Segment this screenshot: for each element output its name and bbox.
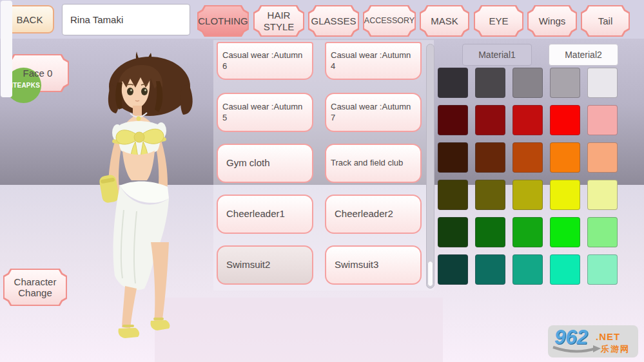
- material1-button[interactable]: Material1: [462, 44, 532, 66]
- color-swatch-r6c2[interactable]: [475, 254, 505, 285]
- tab-label: HAIR STYLE: [253, 5, 304, 37]
- color-swatch-r6c5[interactable]: [587, 254, 618, 285]
- tab-glasses[interactable]: GLASSES: [308, 5, 359, 37]
- color-swatch-r6c3[interactable]: [512, 254, 543, 285]
- tab-wings[interactable]: Wings: [527, 5, 577, 37]
- tab-tail[interactable]: Tail: [581, 5, 630, 37]
- color-swatch-r5c2[interactable]: [475, 217, 505, 247]
- color-swatch-r3c3[interactable]: [512, 142, 543, 173]
- color-swatch-r4c5[interactable]: [587, 180, 618, 210]
- clothing-list-panel: Casual wear :Autumn 6Casual wear :Autumn…: [213, 40, 434, 291]
- color-swatch-r6c1[interactable]: [438, 254, 468, 285]
- clothing-item-casual-wear-autumn-7[interactable]: Casual wear :Autumn 7: [325, 93, 422, 132]
- clothing-item-label: Casual wear :Autumn 4: [331, 50, 416, 71]
- watermark-chinese: 乐游网: [601, 343, 630, 355]
- clothing-item-label: Casual wear :Autumn 6: [222, 50, 307, 71]
- tab-mask[interactable]: MASK: [420, 5, 469, 37]
- color-swatch-r5c1[interactable]: [438, 217, 468, 247]
- character-change-label: Character Change: [3, 269, 67, 306]
- face-button[interactable]: Face 0: [6, 54, 69, 92]
- tab-label: Tail: [581, 5, 630, 37]
- clothing-item-swimsuit2[interactable]: Swimsuit2: [217, 245, 313, 285]
- material2-label: Material2: [565, 50, 602, 60]
- clothing-item-casual-wear-autumn-4[interactable]: Casual wear :Autumn 4: [325, 42, 422, 80]
- tab-label: CLOTHING: [197, 5, 249, 37]
- color-swatch-r1c3[interactable]: [512, 68, 543, 98]
- tab-label: EYE: [474, 5, 523, 37]
- color-swatch-r2c4[interactable]: [550, 105, 580, 135]
- clothing-item-swimsuit3[interactable]: Swimsuit3: [325, 245, 422, 285]
- color-swatch-r5c4[interactable]: [550, 217, 580, 247]
- tab-eye[interactable]: EYE: [474, 5, 523, 37]
- clothing-scrollbar-thumb[interactable]: [427, 261, 433, 287]
- color-swatch-r1c5[interactable]: [587, 68, 618, 98]
- clothing-item-label: Track and field club: [331, 158, 403, 168]
- color-swatch-r3c4[interactable]: [550, 142, 580, 173]
- clothing-item-gym-cloth[interactable]: Gym cloth: [217, 144, 313, 183]
- character-change-button[interactable]: Character Change: [3, 269, 67, 306]
- color-swatch-r1c4[interactable]: [550, 68, 580, 98]
- color-swatch-r5c5[interactable]: [587, 217, 618, 247]
- character-customization-screen: BACK Face 0 LITEAPKS Casual wear :Autumn…: [0, 0, 644, 362]
- clothing-item-label: Swimsuit2: [226, 259, 270, 271]
- color-swatch-r5c3[interactable]: [512, 217, 543, 247]
- color-swatch-r1c2[interactable]: [475, 68, 505, 98]
- color-swatch-r2c2[interactable]: [475, 105, 505, 135]
- clothing-item-track-and-field-club[interactable]: Track and field club: [325, 144, 422, 183]
- material2-button[interactable]: Material2: [549, 44, 618, 66]
- clothing-item-label: Cheerleader1: [226, 208, 285, 220]
- tab-label: MASK: [420, 5, 469, 37]
- clothing-scrollbar[interactable]: [426, 44, 434, 289]
- color-swatch-r3c1[interactable]: [438, 142, 468, 173]
- color-swatch-r4c2[interactable]: [475, 180, 505, 210]
- color-swatch-r3c2[interactable]: [475, 142, 505, 173]
- color-swatch-r4c4[interactable]: [550, 180, 580, 210]
- color-swatch-r1c1[interactable]: [438, 68, 468, 98]
- tab-hair-style[interactable]: HAIR STYLE: [253, 5, 304, 37]
- watermark-swoosh-icon: [551, 345, 602, 356]
- tab-label: ACCESSORY: [363, 5, 416, 37]
- clothing-item-casual-wear-autumn-6[interactable]: Casual wear :Autumn 6: [217, 42, 313, 80]
- color-swatch-r6c4[interactable]: [550, 254, 580, 285]
- color-swatch-r3c5[interactable]: [587, 142, 618, 173]
- tab-label: GLASSES: [308, 5, 359, 37]
- watermark-962net: 962 .NET 乐游网: [548, 325, 638, 357]
- back-button-label: BACK: [17, 14, 43, 25]
- color-swatch-r2c1[interactable]: [438, 105, 468, 135]
- clothing-item-casual-wear-autumn-5[interactable]: Casual wear :Autumn 5: [217, 93, 313, 132]
- tab-label: Wings: [527, 5, 577, 37]
- watermark-suffix: .NET: [596, 331, 620, 342]
- material1-label: Material1: [478, 50, 516, 60]
- clothing-item-label: Casual wear :Autumn 7: [331, 102, 416, 123]
- clothing-item-label: Gym cloth: [226, 157, 270, 169]
- tab-accessory[interactable]: ACCESSORY: [363, 5, 416, 37]
- color-swatch-r2c5[interactable]: [587, 105, 618, 135]
- character-name-input[interactable]: [62, 4, 190, 35]
- clothing-item-cheerleader2[interactable]: Cheerleader2: [325, 195, 422, 234]
- color-swatch-r4c1[interactable]: [438, 180, 468, 210]
- back-button[interactable]: BACK: [5, 5, 54, 33]
- character-preview: [83, 49, 215, 342]
- face-button-label: Face 0: [6, 54, 69, 92]
- clothing-item-label: Swimsuit3: [335, 259, 378, 271]
- color-swatch-r4c3[interactable]: [512, 180, 543, 210]
- clothing-item-label: Cheerleader2: [335, 208, 393, 220]
- color-swatch-r2c3[interactable]: [512, 105, 543, 135]
- clothing-item-cheerleader1[interactable]: Cheerleader1: [217, 195, 313, 234]
- tab-clothing[interactable]: CLOTHING: [197, 5, 249, 37]
- clothing-item-label: Casual wear :Autumn 5: [222, 102, 307, 123]
